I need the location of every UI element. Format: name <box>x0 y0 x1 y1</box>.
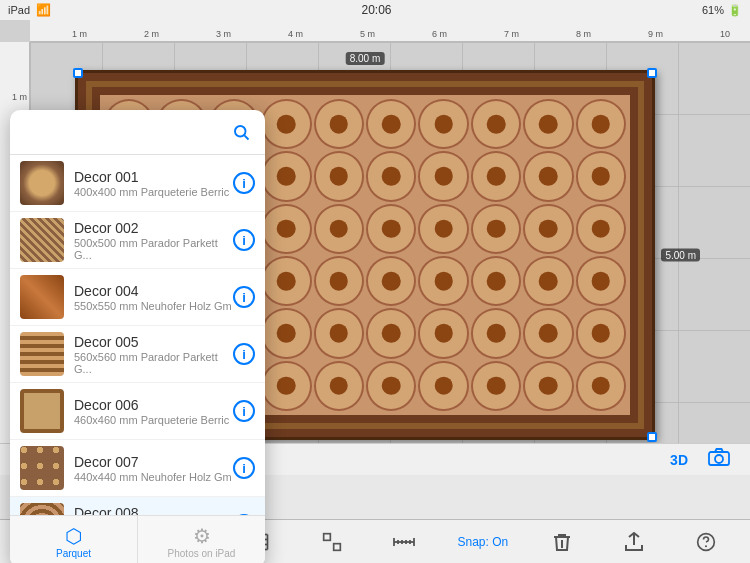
decor-thumb-008 <box>20 503 64 515</box>
dropdown-search-bar <box>10 110 265 155</box>
decor-item-007[interactable]: Decor 007 440x440 mm Neuhofer Holz Gm i <box>10 440 265 497</box>
rug-tile <box>523 204 573 254</box>
rug-tile <box>261 361 311 411</box>
tab-photos[interactable]: ⚙ Photos on iPad <box>138 516 265 563</box>
decor-name-001: Decor 001 <box>74 169 233 185</box>
rug-tile <box>314 204 364 254</box>
rug-tile <box>366 99 416 149</box>
decor-thumb-007 <box>20 446 64 490</box>
rug-tile <box>366 204 416 254</box>
ruler-mark-5m: 5 m <box>360 29 375 39</box>
ruler-top: 1 m 2 m 3 m 4 m 5 m 6 m 7 m 8 m 9 m 10 <box>30 20 750 42</box>
decor-item-005[interactable]: Decor 005 560x560 mm Parador Parkett G..… <box>10 326 265 383</box>
decor-dropdown[interactable]: Decor 001 400x400 mm Parqueterie Berric … <box>10 110 265 563</box>
rug-tile <box>576 308 626 358</box>
rug-tile <box>471 204 521 254</box>
svg-point-0 <box>235 126 246 137</box>
decor-name-002: Decor 002 <box>74 220 233 236</box>
rug-tile <box>418 99 468 149</box>
rug-tile <box>418 151 468 201</box>
dim-label-right: 5.00 m <box>661 249 700 262</box>
decor-info-002: Decor 002 500x500 mm Parador Parkett G..… <box>74 220 233 261</box>
rug-tile <box>366 308 416 358</box>
search-button[interactable] <box>227 118 255 146</box>
ruler-mark-7m: 7 m <box>504 29 519 39</box>
share-icon <box>625 532 643 552</box>
decor-name-004: Decor 004 <box>74 283 233 299</box>
ruler-mark-8m: 8 m <box>576 29 591 39</box>
battery-label: 61% <box>702 4 724 16</box>
wifi-icon: 📶 <box>36 3 51 17</box>
rug-tile <box>576 204 626 254</box>
status-bar: iPad 📶 20:06 61% 🔋 <box>0 0 750 20</box>
decor-item-001[interactable]: Decor 001 400x400 mm Parqueterie Berric … <box>10 155 265 212</box>
decor-info-btn-006[interactable]: i <box>233 400 255 422</box>
rug-tile <box>261 99 311 149</box>
decor-info-007: Decor 007 440x440 mm Neuhofer Holz Gm <box>74 454 233 483</box>
rug-tile <box>418 256 468 306</box>
decor-desc-001: 400x400 mm Parqueterie Berric <box>74 186 233 198</box>
btn-3d[interactable]: 3D <box>670 452 688 468</box>
decor-thumb-006 <box>20 389 64 433</box>
ruler-mark-6m: 6 m <box>432 29 447 39</box>
svg-line-1 <box>244 135 248 139</box>
camera-button[interactable] <box>708 448 730 471</box>
search-icon <box>232 123 250 141</box>
ruler-vmark-1m: 1 m <box>12 92 27 102</box>
dim-label-top: 8.00 m <box>346 52 385 65</box>
ruler-mark-1m: 1 m <box>72 29 87 39</box>
measure-button[interactable] <box>386 524 422 560</box>
decor-name-006: Decor 006 <box>74 397 233 413</box>
decor-info-btn-002[interactable]: i <box>233 229 255 251</box>
status-time: 20:06 <box>361 3 391 17</box>
decor-item-002[interactable]: Decor 002 500x500 mm Parador Parkett G..… <box>10 212 265 269</box>
snap-label[interactable]: Snap: On <box>457 535 508 549</box>
decor-desc-002: 500x500 mm Parador Parkett G... <box>74 237 233 261</box>
rug-tile <box>314 256 364 306</box>
rug-tile <box>523 308 573 358</box>
rug-tile <box>261 256 311 306</box>
decor-info-btn-007[interactable]: i <box>233 457 255 479</box>
decor-name-008: Decor 008 <box>74 505 233 516</box>
handle-top-right[interactable] <box>647 68 657 78</box>
decor-item-004[interactable]: Decor 004 550x550 mm Neuhofer Holz Gm i <box>10 269 265 326</box>
handle-bottom-right[interactable] <box>647 432 657 442</box>
decor-info-btn-005[interactable]: i <box>233 343 255 365</box>
rug-tile <box>523 99 573 149</box>
ruler-mark-10m: 10 <box>720 29 730 39</box>
decor-info-btn-004[interactable]: i <box>233 286 255 308</box>
rug-tile <box>576 151 626 201</box>
ruler-mark-3m: 3 m <box>216 29 231 39</box>
rug-tile <box>576 99 626 149</box>
decor-info-btn-001[interactable]: i <box>233 172 255 194</box>
parquet-label: Parquet <box>18 548 129 559</box>
svg-point-3 <box>715 455 723 463</box>
rug-tile <box>523 256 573 306</box>
decor-desc-006: 460x460 mm Parqueterie Berric <box>74 414 233 426</box>
rug-tile <box>523 151 573 201</box>
rug-tile <box>261 151 311 201</box>
decor-item-006[interactable]: Decor 006 460x460 mm Parqueterie Berric … <box>10 383 265 440</box>
rug-tile <box>523 361 573 411</box>
decor-thumb-004 <box>20 275 64 319</box>
decor-name-005: Decor 005 <box>74 334 233 350</box>
corner-icon <box>322 532 342 552</box>
svg-rect-18 <box>323 533 330 540</box>
trash-button[interactable] <box>544 524 580 560</box>
decor-list[interactable]: Decor 001 400x400 mm Parqueterie Berric … <box>10 155 265 515</box>
rug-tile <box>314 361 364 411</box>
measure-icon <box>393 535 415 549</box>
decor-info-008: Decor 008 540x540 mm Parador Parkett G..… <box>74 505 233 516</box>
handle-top-left[interactable] <box>73 68 83 78</box>
decor-item-008[interactable]: Decor 008 540x540 mm Parador Parkett G..… <box>10 497 265 515</box>
rug-tile <box>471 99 521 149</box>
decor-info-005: Decor 005 560x560 mm Parador Parkett G..… <box>74 334 233 375</box>
tab-parquet[interactable]: ⬡ Parquet <box>10 516 138 563</box>
decor-desc-007: 440x440 mm Neuhofer Holz Gm <box>74 471 233 483</box>
rug-tile <box>418 204 468 254</box>
parquet-icon: ⬡ <box>18 524 129 548</box>
trash-icon <box>553 532 571 552</box>
corner-button[interactable] <box>314 524 350 560</box>
help-button[interactable] <box>688 524 724 560</box>
share-button[interactable] <box>616 524 652 560</box>
